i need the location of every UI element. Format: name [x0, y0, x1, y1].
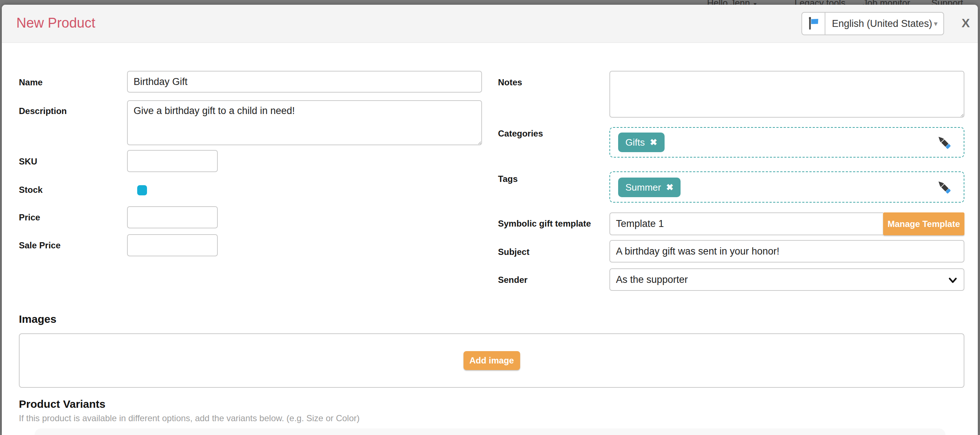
nav-user-menu[interactable]: Hello Jenn▾ — [707, 0, 756, 5]
sale-price-label: Sale Price — [19, 240, 60, 251]
nav-support[interactable]: Support — [931, 0, 963, 5]
modal-title: New Product — [16, 15, 95, 31]
categories-chip-area[interactable]: Gifts ✖ — [609, 127, 964, 158]
description-textarea[interactable]: Give a birthday gift to a child in need! — [127, 100, 482, 145]
edit-tags-button[interactable] — [935, 178, 953, 196]
variants-panel-top-edge — [35, 429, 945, 435]
sku-label: SKU — [19, 156, 37, 167]
stock-checkbox[interactable] — [137, 185, 147, 195]
language-dropdown[interactable]: English (United States) ▾ — [826, 13, 943, 35]
symbolic-gift-template-label: Symbolic gift template — [498, 218, 591, 229]
remove-icon[interactable]: ✖ — [666, 182, 673, 193]
price-input[interactable] — [127, 206, 218, 228]
stock-label: Stock — [19, 185, 43, 195]
close-button[interactable]: X — [961, 17, 970, 29]
nav-user-menu-label: Hello Jenn — [707, 0, 750, 5]
language-value: English (United States) — [832, 18, 934, 29]
pencil-icon — [935, 178, 953, 196]
sku-input[interactable] — [127, 150, 218, 172]
top-navigation-bar: Hello Jenn▾ Legacy tools Job monitor Sup… — [0, 0, 980, 5]
tag-chip-label: Summer — [625, 182, 661, 193]
flag-button[interactable] — [802, 13, 826, 35]
sale-price-input[interactable] — [127, 234, 218, 257]
modal-header: New Product English (United States) ▾ X — [2, 5, 978, 43]
nav-legacy-tools[interactable]: Legacy tools — [794, 0, 845, 5]
language-selector[interactable]: English (United States) ▾ — [802, 12, 944, 35]
tags-label: Tags — [498, 174, 518, 185]
sender-label: Sender — [498, 274, 527, 285]
pencil-icon — [935, 134, 953, 151]
caret-down-icon: ▾ — [754, 1, 756, 5]
description-label: Description — [19, 106, 67, 116]
images-dropzone: Add image — [19, 333, 964, 388]
manage-template-button[interactable]: Manage Template — [883, 212, 964, 235]
categories-label: Categories — [498, 128, 543, 139]
tags-chip-area[interactable]: Summer ✖ — [609, 171, 964, 202]
category-chip-label: Gifts — [625, 137, 644, 148]
nav-job-monitor[interactable]: Job monitor — [863, 0, 910, 5]
product-variants-heading: Product Variants — [19, 398, 105, 410]
sender-select[interactable]: As the supporter — [609, 268, 964, 291]
subject-label: Subject — [498, 247, 530, 257]
category-chip: Gifts ✖ — [618, 132, 665, 152]
symbolic-gift-template-input[interactable] — [609, 212, 883, 235]
name-input[interactable] — [127, 71, 482, 92]
product-variants-subtext: If this product is available in differen… — [19, 413, 360, 423]
notes-textarea[interactable] — [609, 71, 964, 118]
caret-down-icon: ▾ — [934, 19, 937, 28]
notes-label: Notes — [498, 77, 522, 88]
edit-categories-button[interactable] — [935, 134, 953, 151]
add-image-button[interactable]: Add image — [463, 351, 520, 370]
tag-chip: Summer ✖ — [618, 178, 681, 197]
price-label: Price — [19, 212, 40, 223]
flag-icon — [806, 16, 821, 31]
remove-icon[interactable]: ✖ — [650, 137, 657, 147]
symbolic-gift-template-row: Manage Template — [609, 212, 964, 235]
name-label: Name — [19, 77, 43, 88]
subject-input[interactable] — [609, 240, 964, 263]
images-heading: Images — [19, 313, 56, 325]
